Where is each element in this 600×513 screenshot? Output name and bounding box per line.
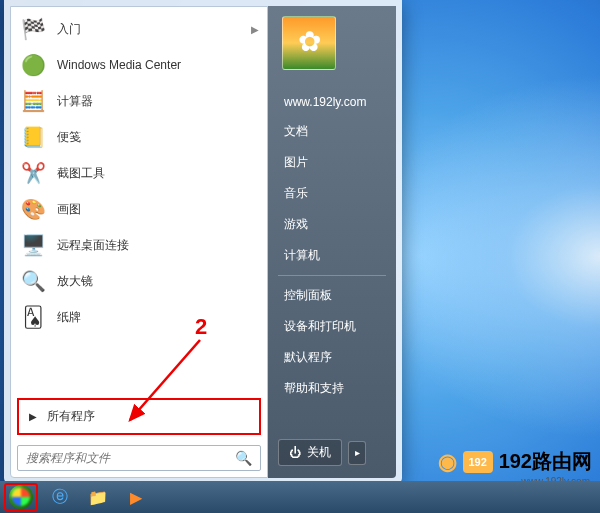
program-label: 截图工具 <box>57 165 105 182</box>
watermark: ◉ 192 192路由网 <box>438 448 592 475</box>
user-folder-link[interactable]: www.192ly.com <box>278 88 386 116</box>
media-center-icon: 🟢 <box>19 51 47 79</box>
search-input[interactable] <box>26 451 235 465</box>
power-icon: ⏻ <box>289 446 301 460</box>
all-programs-button[interactable]: ▶ 所有程序 <box>17 398 261 435</box>
chevron-right-icon: ▶ <box>29 411 37 422</box>
devices-printers-link[interactable]: 设备和打印机 <box>278 311 386 342</box>
start-button[interactable] <box>4 483 38 511</box>
program-snipping-tool[interactable]: ✂️ 截图工具 <box>13 155 265 191</box>
default-programs-link[interactable]: 默认程序 <box>278 342 386 373</box>
program-paint[interactable]: 🎨 画图 <box>13 191 265 227</box>
control-panel-link[interactable]: 控制面板 <box>278 280 386 311</box>
program-getting-started[interactable]: 🏁 入门 ▶ <box>13 11 265 47</box>
wifi-icon: ◉ <box>438 449 457 475</box>
cards-icon: 🂡 <box>19 303 47 331</box>
chevron-right-icon: ▶ <box>251 24 259 35</box>
watermark-badge: 192 <box>463 451 493 473</box>
program-solitaire[interactable]: 🂡 纸牌 <box>13 299 265 335</box>
windows-orb-icon <box>9 485 33 509</box>
taskbar-ie[interactable]: ⓔ <box>44 485 76 509</box>
notes-icon: 📒 <box>19 123 47 151</box>
search-box[interactable]: 🔍 <box>17 445 261 471</box>
pictures-link[interactable]: 图片 <box>278 147 386 178</box>
all-programs-label: 所有程序 <box>47 408 95 425</box>
program-remote-desktop[interactable]: 🖥️ 远程桌面连接 <box>13 227 265 263</box>
taskbar-explorer[interactable]: 📁 <box>82 485 114 509</box>
start-menu: 🏁 入门 ▶ 🟢 Windows Media Center 🧮 计算器 📒 便笺… <box>4 0 402 484</box>
program-label: 入门 <box>57 21 81 38</box>
documents-link[interactable]: 文档 <box>278 116 386 147</box>
program-label: 计算器 <box>57 93 93 110</box>
program-label: 画图 <box>57 201 81 218</box>
watermark-text: 192路由网 <box>499 448 592 475</box>
computer-link[interactable]: 计算机 <box>278 240 386 271</box>
user-picture[interactable] <box>282 16 336 70</box>
scissors-icon: ✂️ <box>19 159 47 187</box>
taskbar: ⓔ 📁 ▶ <box>0 481 600 513</box>
shutdown-label: 关机 <box>307 444 331 461</box>
shutdown-options-button[interactable]: ▸ <box>348 441 366 465</box>
games-link[interactable]: 游戏 <box>278 209 386 240</box>
program-magnifier[interactable]: 🔍 放大镜 <box>13 263 265 299</box>
calculator-icon: 🧮 <box>19 87 47 115</box>
ie-icon: ⓔ <box>52 487 68 508</box>
taskbar-media-player[interactable]: ▶ <box>120 485 152 509</box>
shutdown-row: ⏻ 关机 ▸ <box>278 435 386 470</box>
program-sticky-notes[interactable]: 📒 便笺 <box>13 119 265 155</box>
program-label: 纸牌 <box>57 309 81 326</box>
palette-icon: 🎨 <box>19 195 47 223</box>
program-label: 便笺 <box>57 129 81 146</box>
program-media-center[interactable]: 🟢 Windows Media Center <box>13 47 265 83</box>
program-calculator[interactable]: 🧮 计算器 <box>13 83 265 119</box>
shutdown-button[interactable]: ⏻ 关机 <box>278 439 342 466</box>
program-label: Windows Media Center <box>57 58 181 72</box>
start-menu-right-pane: www.192ly.com 文档 图片 音乐 游戏 计算机 控制面板 设备和打印… <box>268 6 396 478</box>
start-menu-left-pane: 🏁 入门 ▶ 🟢 Windows Media Center 🧮 计算器 📒 便笺… <box>10 6 268 478</box>
program-label: 远程桌面连接 <box>57 237 129 254</box>
flag-icon: 🏁 <box>19 15 47 43</box>
monitor-icon: 🖥️ <box>19 231 47 259</box>
media-player-icon: ▶ <box>130 488 142 507</box>
separator <box>278 275 386 276</box>
help-support-link[interactable]: 帮助和支持 <box>278 373 386 404</box>
program-list: 🏁 入门 ▶ 🟢 Windows Media Center 🧮 计算器 📒 便笺… <box>11 7 267 394</box>
search-icon: 🔍 <box>235 450 252 466</box>
music-link[interactable]: 音乐 <box>278 178 386 209</box>
folder-icon: 📁 <box>88 488 108 507</box>
magnifier-icon: 🔍 <box>19 267 47 295</box>
program-label: 放大镜 <box>57 273 93 290</box>
